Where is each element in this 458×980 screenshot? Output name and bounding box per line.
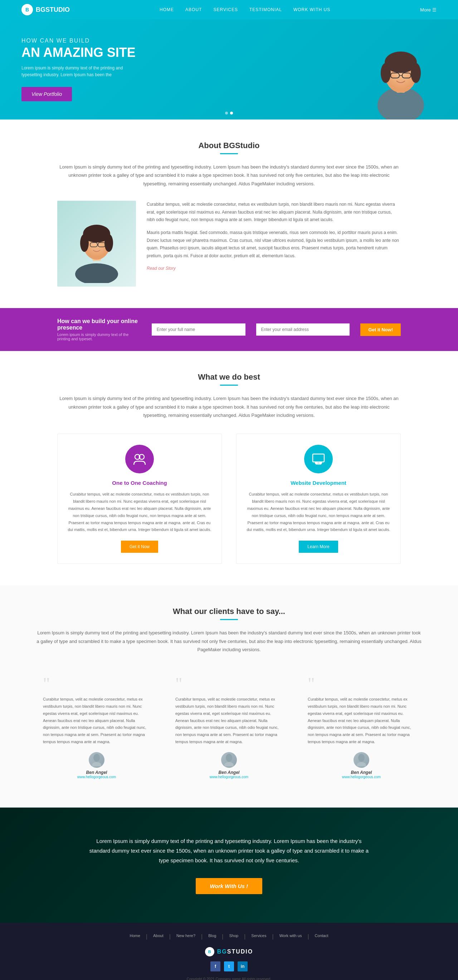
cta-name-input[interactable] bbox=[152, 323, 245, 336]
testimonials-section: What our clients have to say... Lorem Ip… bbox=[0, 585, 458, 808]
about-read-more-link[interactable]: Read our Story bbox=[147, 266, 176, 271]
author-name-2: Ben Angel bbox=[219, 770, 240, 775]
author-link-1[interactable]: www.hellogorgeous.com bbox=[77, 775, 116, 779]
hero-dot-2[interactable] bbox=[230, 111, 233, 115]
cta-banner: How can we build your online presence Lo… bbox=[0, 308, 458, 351]
logo-icon: B bbox=[21, 4, 33, 15]
about-intro-text: Lorem Ipsum is simply dummy text of the … bbox=[57, 163, 401, 188]
dark-cta-button[interactable]: Work With Us ! bbox=[196, 878, 262, 894]
testimonial-text-2: Curabitur tempus, velit ac molestie cons… bbox=[175, 696, 283, 746]
webdev-text: Curabitur tempus, velit ac molestie cons… bbox=[245, 491, 392, 533]
about-title: About BGStudio bbox=[57, 141, 401, 150]
author-avatar-2 bbox=[221, 752, 237, 768]
coaching-title: One to One Coaching bbox=[66, 480, 213, 486]
footer-logo-icon: B bbox=[205, 947, 214, 956]
services-description: Lorem Ipsum is simply dummy text of the … bbox=[57, 394, 401, 419]
nav-services[interactable]: SERVICES bbox=[213, 7, 238, 12]
footer-logo-text: BGSTUDIO bbox=[217, 948, 253, 955]
about-body-text: Curabitur tempus, velit ac molestie cons… bbox=[147, 201, 401, 271]
avatar-icon-2 bbox=[224, 754, 234, 767]
footer-link-services[interactable]: Services bbox=[251, 934, 266, 940]
footer-link-about[interactable]: About bbox=[153, 934, 164, 940]
hero-subtitle: HOW CAN WE BUILD bbox=[21, 38, 143, 44]
testimonial-card-3: " Curabitur tempus, velit ac molestie co… bbox=[301, 668, 422, 786]
svg-point-26 bbox=[92, 762, 101, 767]
testimonial-author-2: Ben Angel www.hellogorgeous.com bbox=[175, 752, 283, 779]
social-linkedin-button[interactable]: in bbox=[238, 961, 248, 971]
testimonials-description: Lorem Ipsum is simply dummy text of the … bbox=[36, 628, 422, 654]
social-twitter-button[interactable]: t bbox=[224, 961, 234, 971]
author-avatar-1 bbox=[89, 752, 105, 768]
svg-point-13 bbox=[80, 234, 89, 252]
about-section: About BGStudio Lorem Ipsum is simply dum… bbox=[0, 119, 458, 308]
hero-title: AN AMAZING SITE bbox=[21, 45, 143, 60]
author-link-2[interactable]: www.hellogorgeous.com bbox=[210, 775, 248, 779]
social-facebook-button[interactable]: f bbox=[210, 961, 220, 971]
nav-testimonial[interactable]: TESTIMONIAL bbox=[250, 7, 282, 12]
nav-logo[interactable]: B BGSTUDIO bbox=[21, 4, 70, 15]
svg-point-29 bbox=[358, 754, 364, 762]
service-card-webdev: Website Development Curabitur tempus, ve… bbox=[236, 434, 401, 564]
footer-logo: B BGSTUDIO bbox=[0, 947, 458, 956]
cta-submit-button[interactable]: Get it Now! bbox=[360, 323, 401, 336]
nav-about[interactable]: ABOUT bbox=[185, 7, 202, 12]
testimonials-divider bbox=[220, 619, 238, 620]
webdev-icon bbox=[304, 445, 333, 473]
webdev-cta-button[interactable]: Learn More bbox=[299, 541, 338, 553]
testimonial-text-3: Curabitur tempus, velit ac molestie cons… bbox=[308, 696, 415, 746]
testimonials-title: What our clients have to say... bbox=[36, 607, 422, 616]
quote-mark-1: " bbox=[43, 675, 150, 692]
cta-subtext: Lorem ipsum is simply dummy text of the … bbox=[57, 332, 141, 341]
nav-more-button[interactable]: More ☰ bbox=[420, 7, 437, 13]
about-person-illustration bbox=[68, 204, 125, 283]
avatar-icon-1 bbox=[91, 754, 102, 767]
about-para2: Mauris porta mattis feugiat. Sed commodo… bbox=[147, 229, 401, 260]
footer: Home | About | New here? | Blog | Shop |… bbox=[0, 923, 458, 980]
svg-point-30 bbox=[357, 762, 366, 767]
svg-rect-20 bbox=[313, 454, 324, 462]
svg-point-9 bbox=[75, 263, 118, 283]
service-card-coaching: One to One Coaching Curabitur tempus, ve… bbox=[57, 434, 222, 564]
footer-link-blog[interactable]: Blog bbox=[208, 934, 216, 940]
hero-content: HOW CAN WE BUILD AN AMAZING SITE Lorem i… bbox=[21, 38, 143, 101]
cta-email-input[interactable] bbox=[256, 323, 350, 336]
footer-link-contact[interactable]: Contact bbox=[315, 934, 328, 940]
svg-rect-24 bbox=[319, 462, 322, 464]
quote-mark-2: " bbox=[175, 675, 283, 692]
nav-workwithus[interactable]: WORK WITH US bbox=[293, 7, 330, 12]
testimonials-grid: " Curabitur tempus, velit ac molestie co… bbox=[36, 668, 422, 786]
hero-dot-1[interactable] bbox=[225, 111, 228, 115]
dark-cta-section: Lorem Ipsum is simply dummy text of the … bbox=[0, 808, 458, 923]
hamburger-icon: ☰ bbox=[432, 7, 437, 13]
coaching-cta-button[interactable]: Get it Now bbox=[121, 541, 158, 553]
nav-home[interactable]: HOME bbox=[160, 7, 174, 12]
footer-link-home[interactable]: Home bbox=[130, 934, 140, 940]
hero-section: HOW CAN WE BUILD AN AMAZING SITE Lorem i… bbox=[0, 19, 458, 119]
about-divider bbox=[220, 153, 238, 154]
author-link-3[interactable]: www.hellogorgeous.com bbox=[342, 775, 381, 779]
testimonial-author-1: Ben Angel www.hellogorgeous.com bbox=[43, 752, 150, 779]
cta-heading: How can we build your online presence bbox=[57, 318, 141, 331]
monitor-icon bbox=[311, 452, 326, 466]
navigation: B BGSTUDIO HOME ABOUT SERVICES TESTIMONI… bbox=[0, 0, 458, 19]
footer-social: f t in bbox=[0, 961, 458, 971]
testimonial-author-3: Ben Angel www.hellogorgeous.com bbox=[308, 752, 415, 779]
hero-cta-button[interactable]: View Portfolio bbox=[21, 87, 72, 101]
testimonial-card-2: " Curabitur tempus, velit ac molestie co… bbox=[168, 668, 290, 786]
hero-image bbox=[365, 19, 437, 119]
svg-rect-23 bbox=[315, 462, 318, 464]
footer-link-workwithus[interactable]: Work with us bbox=[280, 934, 302, 940]
svg-point-14 bbox=[105, 234, 113, 252]
about-grid: Curabitur tempus, velit ac molestie cons… bbox=[57, 201, 401, 286]
footer-link-shop[interactable]: Shop bbox=[229, 934, 238, 940]
footer-links: Home | About | New here? | Blog | Shop |… bbox=[0, 934, 458, 940]
webdev-title: Website Development bbox=[245, 480, 392, 486]
hero-description: Lorem ipsum is simply dummy text of the … bbox=[21, 65, 143, 78]
hero-person-illustration bbox=[365, 27, 437, 119]
svg-point-5 bbox=[411, 63, 421, 83]
dark-cta-text: Lorem Ipsum is simply dummy text of the … bbox=[86, 836, 372, 865]
footer-copyright: Copyright © 2021 Company name All rights… bbox=[0, 977, 458, 980]
dark-cta-content: Lorem Ipsum is simply dummy text of the … bbox=[86, 836, 372, 894]
footer-link-newthere[interactable]: New here? bbox=[177, 934, 196, 940]
coaching-icon bbox=[125, 445, 154, 473]
